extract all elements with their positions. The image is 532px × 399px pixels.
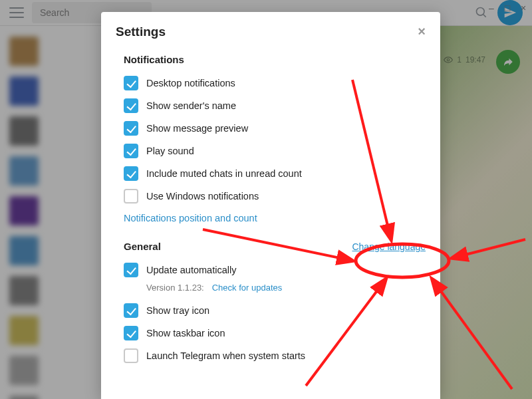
checkbox[interactable]: [124, 348, 138, 363]
window-minimize-icon[interactable]: –: [487, 3, 496, 13]
setting-row: Launch Telegram when system starts: [124, 344, 426, 367]
checkbox[interactable]: [124, 189, 138, 203]
checkbox[interactable]: [124, 121, 138, 136]
version-info: Version 1.1.23: Check for updates: [124, 279, 426, 297]
setting-row: Update automatically: [124, 259, 426, 281]
section-title-notifications: Notifications: [124, 54, 426, 65]
checkbox[interactable]: [124, 98, 138, 113]
checkbox[interactable]: [124, 263, 138, 277]
setting-label: Play sound: [146, 146, 194, 156]
setting-label: Show taskbar icon: [146, 328, 225, 338]
setting-label: Include muted chats in unread count: [146, 168, 302, 179]
setting-label: Desktop notifications: [146, 78, 235, 88]
setting-row: Show taskbar icon: [124, 322, 426, 344]
setting-label: Use Windows notifications: [146, 191, 259, 201]
close-icon[interactable]: ×: [418, 24, 426, 39]
setting-label: Show sender's name: [146, 100, 236, 111]
notifications-position-link[interactable]: Notifications position and count: [124, 207, 426, 227]
checkbox[interactable]: [124, 144, 138, 158]
setting-label: Launch Telegram when system starts: [146, 350, 305, 361]
setting-label: Update automatically: [146, 265, 236, 275]
check-updates-link[interactable]: Check for updates: [212, 283, 283, 293]
window-maximize-icon[interactable]: □: [503, 3, 512, 13]
setting-row: Include muted chats in unread count: [124, 162, 426, 185]
window-close-icon[interactable]: ×: [519, 3, 528, 13]
section-title-general: General: [124, 241, 161, 252]
setting-row: Show sender's name: [124, 94, 426, 117]
modal-title: Settings: [116, 25, 166, 39]
setting-row: Show tray icon: [124, 299, 426, 322]
setting-row: Play sound: [124, 140, 426, 162]
checkbox[interactable]: [124, 166, 138, 181]
checkbox[interactable]: [124, 303, 138, 318]
settings-modal: Settings × Notifications Desktop notific…: [101, 12, 440, 399]
setting-label: Show tray icon: [146, 305, 209, 316]
setting-row: Show message preview: [124, 117, 426, 140]
setting-row: Use Windows notifications: [124, 185, 426, 207]
setting-label: Show message preview: [146, 123, 248, 134]
checkbox[interactable]: [124, 76, 138, 90]
change-language-link[interactable]: Change language: [352, 241, 426, 252]
setting-row: Desktop notifications: [124, 72, 426, 94]
checkbox[interactable]: [124, 326, 138, 340]
